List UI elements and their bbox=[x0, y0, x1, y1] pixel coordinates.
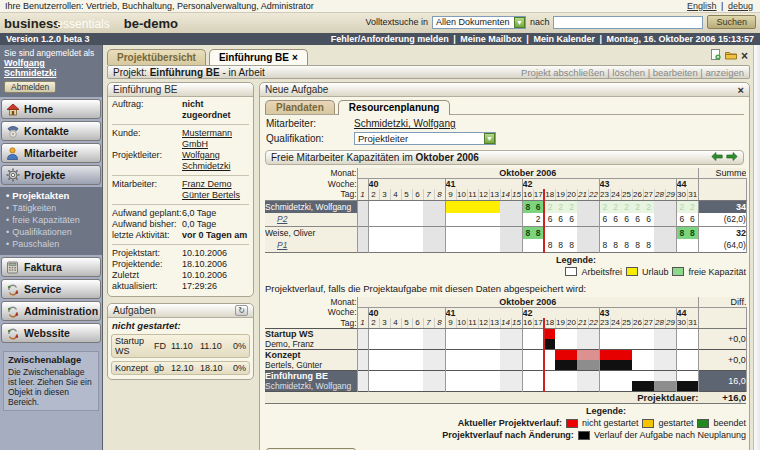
day-cell bbox=[412, 239, 423, 252]
app-header: businessessentials be-demo Volltextsuche… bbox=[0, 13, 760, 33]
detail-value[interactable]: Franz Demo bbox=[182, 179, 249, 190]
day-number: 13 bbox=[489, 189, 500, 200]
plan-cell-current bbox=[379, 329, 390, 340]
plan-cell-new bbox=[588, 339, 599, 350]
plan-cell-new bbox=[654, 339, 665, 350]
versionbar-link-2[interactable]: Mein Kalender bbox=[533, 34, 595, 44]
project-action-3[interactable]: anzeigen bbox=[705, 67, 744, 78]
day-cell bbox=[544, 226, 555, 239]
sidebar-item-service[interactable]: Service bbox=[1, 279, 101, 299]
app-window: Ihre Benutzerrollen: Vertrieb, Buchhaltu… bbox=[0, 0, 760, 450]
day-number: 21 bbox=[577, 318, 588, 329]
prev-month-icon[interactable] bbox=[711, 152, 723, 163]
day-cell bbox=[654, 239, 665, 252]
close-icon[interactable]: × bbox=[741, 51, 748, 61]
current-user-link[interactable]: Wolfgang Schmidetzki bbox=[4, 58, 57, 78]
sidebar-subitem-4[interactable]: •Pauschalen bbox=[6, 238, 100, 250]
plan-cell-new bbox=[390, 339, 401, 350]
sidebar-item-kontakte[interactable]: Kontakte bbox=[1, 121, 101, 141]
project-action-2[interactable]: bearbeiten bbox=[653, 67, 698, 78]
task-row[interactable]: Konzeptgb12.1018.100% bbox=[111, 361, 250, 375]
search-scope-select[interactable]: Allen Dokumenten ▼ bbox=[432, 16, 526, 29]
tab-projektuebersicht[interactable]: Projektübersicht bbox=[107, 49, 206, 65]
folder-icon[interactable] bbox=[725, 50, 737, 62]
detail-row: Günter Bertels bbox=[112, 190, 249, 201]
plan-cell-current bbox=[610, 329, 621, 340]
task-label: Startup WSDemo, Franz bbox=[265, 329, 357, 350]
plan-cell-new bbox=[390, 360, 401, 371]
day-cell bbox=[434, 239, 445, 252]
plan-cell-new bbox=[632, 339, 643, 350]
day-cell bbox=[379, 239, 390, 252]
link-english[interactable]: English bbox=[687, 1, 717, 11]
project-action-0[interactable]: Projekt abschließen bbox=[521, 67, 604, 78]
versionbar-link-1[interactable]: Meine Mailbox bbox=[460, 34, 522, 44]
search-input[interactable] bbox=[553, 16, 703, 29]
close-icon[interactable]: × bbox=[738, 84, 744, 96]
sidebar-item-faktura[interactable]: Faktura bbox=[1, 257, 101, 277]
plan-cell-new bbox=[577, 339, 588, 350]
plan-cell-new bbox=[500, 339, 511, 350]
project-link[interactable]: P1 bbox=[265, 239, 357, 252]
sidebar-item-projekte[interactable]: Projekte bbox=[1, 165, 101, 185]
plan-cell-current bbox=[500, 371, 511, 382]
day-number: 29 bbox=[665, 318, 676, 329]
plan-cell-current bbox=[676, 371, 687, 382]
scrollbar-track[interactable] bbox=[753, 45, 760, 450]
next-month-icon[interactable] bbox=[726, 152, 738, 163]
mitarbeiter-link[interactable]: Schmidetzki, Wolfgang bbox=[354, 118, 456, 129]
detail-value[interactable]: Wolfgang Schmidetzki bbox=[182, 150, 249, 172]
day-number: 28 bbox=[654, 318, 665, 329]
detail-value[interactable]: Günter Bertels bbox=[182, 190, 249, 201]
logout-button[interactable]: Abmelden bbox=[4, 81, 56, 93]
sidebar-subitem-2[interactable]: •freie Kapazitäten bbox=[6, 214, 100, 226]
capacity-row: P226666666666(62,0) bbox=[265, 213, 746, 226]
sidebar-subitem-0[interactable]: •Projektakten bbox=[6, 190, 100, 202]
detail-row: Kunde:Mustermann GmbH bbox=[112, 128, 249, 150]
link-debug[interactable]: debug bbox=[728, 1, 753, 11]
task-row[interactable]: Startup WSFD11.1011.100% bbox=[111, 334, 250, 358]
detail-row: Projektleiter:Wolfgang Schmidetzki bbox=[112, 150, 249, 172]
sidebar-subitem-3[interactable]: •Qualifikationen bbox=[6, 226, 100, 238]
sidebar-subitem-1[interactable]: •Tätigkeiten bbox=[6, 202, 100, 214]
versionbar-link-0[interactable]: Fehler/Anforderung melden bbox=[331, 34, 449, 44]
corner-label: Diff. bbox=[698, 297, 746, 308]
sidebar-item-home[interactable]: Home bbox=[1, 99, 101, 119]
plan-cell-new bbox=[621, 339, 632, 350]
detail-body: Auftrag:nicht zugeordnetKunde:Mustermann… bbox=[108, 97, 253, 296]
version-bar: Version 1.2.0 beta 3 Fehler/Anforderung … bbox=[0, 33, 760, 45]
sidebar-item-webssite[interactable]: Webssite bbox=[1, 323, 101, 343]
detail-value[interactable]: Mustermann GmbH bbox=[182, 128, 249, 150]
day-number: 26 bbox=[632, 318, 643, 329]
task-name: Konzept bbox=[115, 363, 152, 373]
tab-einfuehrung-be[interactable]: Einführung BE× bbox=[209, 49, 308, 65]
plan-cell-new bbox=[665, 339, 676, 350]
search-button[interactable]: Suchen bbox=[707, 15, 756, 29]
tab-close-icon[interactable]: × bbox=[292, 52, 298, 63]
detail-label: Projektstart: bbox=[112, 248, 182, 259]
sidebar-item-mitarbeiter[interactable]: Mitarbeiter bbox=[1, 143, 101, 163]
day-cell: 2 bbox=[610, 200, 621, 213]
detail-label: letzte Aktivität: bbox=[112, 230, 182, 241]
day-number: 8 bbox=[434, 189, 445, 200]
refresh-icon[interactable]: ↻ bbox=[235, 305, 248, 316]
tab-plandaten[interactable]: Plandaten bbox=[265, 100, 335, 114]
plan-cell-new bbox=[434, 360, 445, 371]
contacts-icon bbox=[5, 125, 20, 138]
fulltext-label: Volltextsuche in bbox=[365, 17, 428, 27]
plan-cell-current bbox=[632, 371, 643, 382]
day-cell bbox=[357, 226, 368, 239]
clipboard-dropzone[interactable]: Zwischenablage Die Zwischenablage ist le… bbox=[3, 351, 99, 411]
new-document-icon[interactable] bbox=[711, 49, 721, 62]
plan-cell-current bbox=[643, 350, 654, 361]
sidebar-item-administration[interactable]: Administration bbox=[1, 301, 101, 321]
qualifikation-select[interactable]: Projektleiter ▼ bbox=[354, 132, 496, 145]
project-link[interactable]: P2 bbox=[265, 213, 357, 226]
project-action-1[interactable]: löschen bbox=[612, 67, 645, 78]
detail-value: vor 0 Tagen am bbox=[182, 230, 249, 241]
day-cell bbox=[577, 200, 588, 213]
detail-value: 17:29:26 bbox=[182, 281, 249, 292]
day-number: 9 bbox=[445, 318, 456, 329]
tab-resourcenplanung[interactable]: Resourcenplanung bbox=[338, 100, 451, 115]
plan-cell-new bbox=[379, 339, 390, 350]
